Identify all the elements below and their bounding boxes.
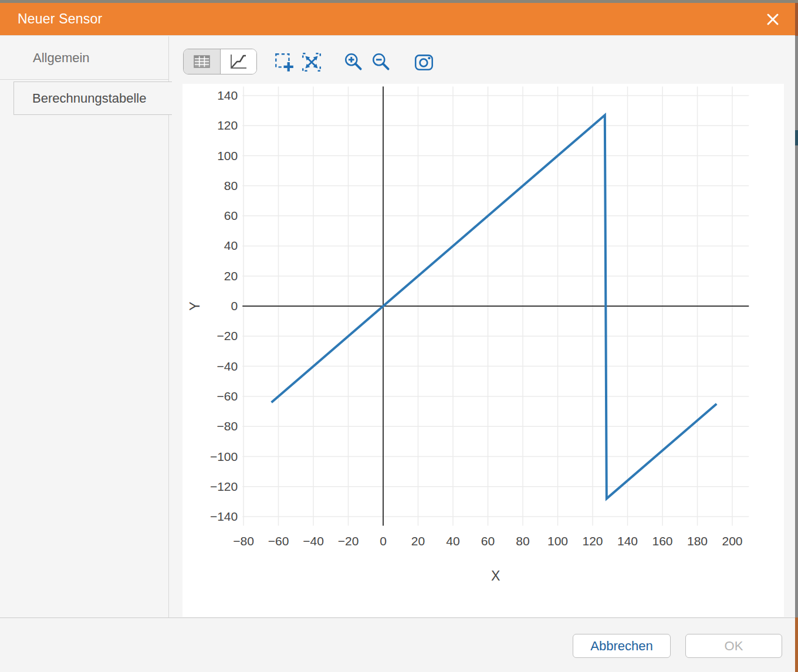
chart[interactable]: −80−60−40−20020406080100120140160180200−…	[182, 84, 784, 617]
camera-icon	[413, 51, 435, 73]
y-tick-label: 100	[217, 149, 238, 162]
x-tick-label: 120	[582, 534, 603, 548]
y-tick-label: 120	[217, 118, 238, 132]
series-line	[272, 115, 717, 498]
sidebar: Allgemein Berechnungstabelle	[0, 36, 168, 617]
y-tick-label: 140	[217, 89, 238, 102]
x-tick-label: 160	[652, 534, 672, 548]
sidebar-item-berechnungstabelle[interactable]: Berechnungstabelle	[13, 82, 172, 115]
background-strip-right	[795, 36, 798, 617]
y-tick-label: 40	[224, 239, 238, 252]
view-toggle	[183, 49, 257, 74]
x-tick-label: 0	[380, 534, 387, 548]
x-tick-label: −40	[303, 534, 324, 548]
fit-to-view-button[interactable]	[300, 51, 323, 73]
background-strip-right-top	[795, 3, 798, 36]
sidebar-item-allgemein[interactable]: Allgemein	[0, 36, 168, 80]
titlebar: Neuer Sensor	[0, 3, 795, 36]
x-axis-title: X	[491, 568, 500, 583]
y-tick-label: −40	[217, 359, 238, 373]
chart-canvas: −80−60−40−20020406080100120140160180200−…	[182, 84, 784, 617]
background-strip-right-bottom	[795, 617, 798, 672]
expand-arrows-icon	[300, 51, 323, 73]
content: −80−60−40−20020406080100120140160180200−…	[169, 36, 795, 617]
close-button[interactable]	[761, 8, 785, 31]
x-tick-label: 180	[687, 534, 708, 548]
y-tick-label: −140	[210, 510, 238, 523]
zoom-in-button[interactable]	[343, 51, 365, 73]
window-title: Neuer Sensor	[18, 11, 102, 27]
x-tick-label: −80	[233, 534, 254, 548]
y-tick-label: −100	[210, 450, 238, 463]
y-axis-title: Y	[187, 301, 202, 310]
cancel-button[interactable]: Abbrechen	[573, 634, 671, 658]
y-tick-label: −80	[217, 419, 238, 433]
y-tick-label: −60	[217, 389, 238, 403]
y-tick-label: 20	[224, 269, 238, 283]
y-tick-label: 80	[224, 179, 238, 192]
x-tick-label: 20	[411, 534, 425, 548]
background-strip-right-notch	[795, 130, 798, 145]
y-tick-label: 0	[231, 299, 238, 313]
snapshot-button[interactable]	[413, 51, 435, 73]
magnifier-plus-icon	[343, 51, 365, 73]
x-tick-label: 100	[547, 534, 568, 548]
curve-icon	[226, 52, 250, 72]
y-tick-label: 60	[224, 209, 238, 222]
x-tick-label: −20	[338, 534, 359, 548]
sidebar-item-label: Allgemein	[33, 50, 90, 66]
screen: Neuer Sensor Allgemein Berechnungstabell…	[0, 0, 798, 672]
x-tick-label: −60	[268, 534, 289, 548]
x-tick-label: 200	[722, 534, 742, 548]
table-view-button[interactable]	[184, 49, 221, 74]
footer: Abbrechen OK	[0, 618, 795, 672]
y-tick-label: −120	[210, 480, 238, 493]
close-icon	[764, 11, 782, 28]
dashed-box-plus-icon	[273, 51, 295, 73]
x-tick-label: 60	[481, 534, 495, 548]
zoom-selection-button[interactable]	[273, 51, 295, 73]
zoom-out-button[interactable]	[370, 51, 393, 73]
ok-button[interactable]: OK	[685, 634, 782, 658]
table-grid-icon	[190, 52, 214, 72]
x-tick-label: 80	[516, 534, 529, 548]
sidebar-item-label: Berechnungstabelle	[32, 91, 146, 106]
y-tick-label: −20	[217, 329, 238, 342]
x-tick-label: 40	[446, 534, 459, 548]
chart-view-button[interactable]	[221, 49, 257, 74]
magnifier-minus-icon	[370, 51, 393, 73]
x-tick-label: 140	[617, 534, 638, 548]
